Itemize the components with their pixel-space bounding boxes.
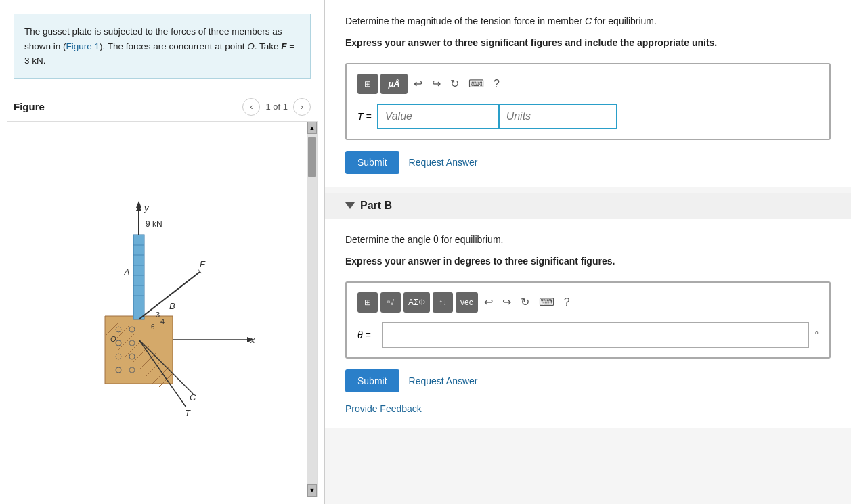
svg-text:C: C (190, 392, 196, 403)
svg-line-27 (139, 272, 200, 319)
figure-section: Figure ‹ 1 of 1 › y x (0, 93, 324, 504)
part-b-question: Determine the angle θ for equilibrium. (345, 232, 831, 247)
redo-button-a[interactable]: ↪ (429, 74, 444, 94)
grid-button-b[interactable]: ⊞ (357, 292, 378, 313)
part-b-request-answer-link[interactable]: Request Answer (409, 375, 478, 386)
part-a-question: Determine the magnitude of the tension f… (345, 14, 831, 28)
svg-text:9 kN: 9 kN (146, 219, 162, 229)
mu-button-a[interactable]: μÅ (380, 74, 408, 94)
svg-text:F: F (200, 259, 206, 269)
figure-prev-button[interactable]: ‹ (242, 98, 260, 116)
arrows-button-b[interactable]: ↑↓ (433, 292, 453, 313)
part-b-submit-button[interactable]: Submit (345, 369, 399, 392)
undo-button-a[interactable]: ↩ (410, 74, 426, 94)
figure-svg: y x (51, 194, 274, 424)
problem-text-3: . Take (255, 41, 282, 51)
units-input[interactable] (499, 104, 617, 129)
theta-input[interactable] (382, 322, 810, 348)
svg-text:T: T (185, 408, 191, 418)
part-a-request-answer-link[interactable]: Request Answer (409, 157, 478, 168)
sqrt-button-b[interactable]: ⁿ√ (380, 292, 401, 313)
svg-text:4: 4 (160, 317, 165, 325)
t-label: T = (357, 111, 372, 122)
redo-button-b[interactable]: ↪ (499, 292, 515, 313)
part-a-section: Determine the magnitude of the tension f… (325, 0, 851, 187)
vec-button-b[interactable]: vec (456, 292, 478, 313)
grid-button-a[interactable]: ⊞ (357, 74, 378, 94)
help-button-b[interactable]: ? (561, 292, 573, 313)
figure-next-button[interactable]: › (293, 98, 311, 116)
part-a-toolbar: ⊞ μÅ ↩ ↪ ↻ ⌨ ? (357, 74, 819, 94)
part-b-section: Determine the angle θ for equilibrium. E… (325, 219, 851, 428)
part-b-input-row: θ = ° (357, 322, 819, 348)
undo-button-b[interactable]: ↩ (481, 292, 496, 313)
figure-header: Figure ‹ 1 of 1 › (7, 93, 318, 121)
collapse-icon[interactable] (345, 202, 355, 209)
problem-statement: The gusset plate is subjected to the for… (14, 14, 311, 79)
svg-text:x: x (250, 335, 255, 345)
part-b-btn-row: Submit Request Answer (345, 369, 831, 392)
svg-text:B: B (169, 301, 175, 311)
scroll-bar[interactable]: ▲ ▼ (307, 122, 317, 497)
keyboard-button-b[interactable]: ⌨ (536, 292, 558, 313)
figure-link[interactable]: Figure 1 (66, 41, 100, 51)
part-a-answer-box: ⊞ μÅ ↩ ↪ ↻ ⌨ ? T = (345, 63, 831, 140)
part-b-toolbar: ⊞ ⁿ√ ΑΣΦ ↑↓ vec ↩ ↪ ↻ ⌨ ? (357, 292, 819, 313)
svg-rect-16 (133, 235, 144, 319)
provide-feedback-link[interactable]: Provide Feedback (345, 403, 831, 414)
figure-pagination: 1 of 1 (265, 101, 288, 112)
svg-text:A: A (123, 267, 130, 277)
figure-content: y x (7, 121, 318, 497)
part-b-answer-box: ⊞ ⁿ√ ΑΣΦ ↑↓ vec ↩ ↪ ↻ ⌨ ? θ = ° (345, 281, 831, 359)
problem-point: O (247, 41, 255, 51)
right-panel: Determine the magnitude of the tension f… (325, 0, 851, 504)
value-input[interactable] (377, 104, 499, 129)
scroll-thumb[interactable] (308, 137, 316, 177)
problem-text-2: ). The forces are concurrent at point (100, 41, 247, 51)
svg-text:O: O (110, 335, 116, 343)
keyboard-button-a[interactable]: ⌨ (465, 74, 487, 94)
part-b-label: Part B (360, 200, 392, 212)
part-b-header: Part B (325, 193, 851, 219)
theta-label: θ = (357, 329, 371, 340)
figure-nav: ‹ 1 of 1 › (242, 98, 311, 116)
part-a-instruction: Express your answer to three significant… (345, 35, 831, 50)
scroll-up-button[interactable]: ▲ (307, 122, 317, 134)
degree-symbol: ° (814, 329, 819, 340)
scroll-down-button[interactable]: ▼ (307, 484, 317, 497)
part-a-submit-button[interactable]: Submit (345, 151, 399, 174)
refresh-button-a[interactable]: ↻ (447, 74, 462, 94)
svg-text:θ: θ (151, 323, 155, 331)
help-button-a[interactable]: ? (490, 74, 503, 94)
part-b-instruction: Express your answer in degrees to three … (345, 254, 831, 269)
part-a-btn-row: Submit Request Answer (345, 151, 831, 174)
part-a-input-row: T = (357, 104, 819, 129)
refresh-button-b[interactable]: ↻ (517, 292, 533, 313)
svg-text:y: y (144, 203, 150, 213)
figure-title: Figure (14, 101, 45, 112)
member-c: C (585, 16, 592, 26)
left-panel: The gusset plate is subjected to the for… (0, 0, 325, 504)
sigma-button-b[interactable]: ΑΣΦ (403, 292, 430, 313)
svg-text:3: 3 (156, 311, 160, 319)
